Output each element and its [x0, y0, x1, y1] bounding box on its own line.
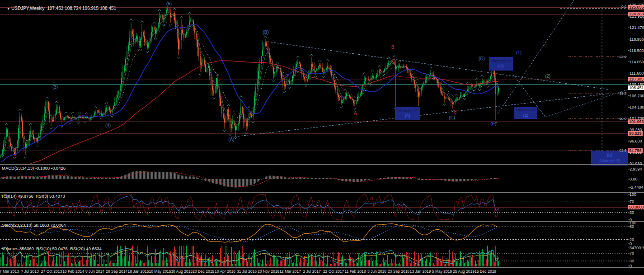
date-label: 10 May 2015 [149, 269, 171, 274]
indicator-tick-label: 3470015 [630, 246, 644, 250]
wave-label[interactable]: (2) [545, 74, 550, 79]
fib-level-label: 23.6 [605, 55, 626, 59]
price-tick-label: 114.050 [630, 60, 644, 64]
wave-label[interactable]: (1) [516, 50, 522, 55]
wave-label[interactable]: (5) [166, 1, 172, 6]
wave-label[interactable]: (E) [490, 121, 496, 126]
date-label: 15 Dec 2019 [475, 269, 496, 274]
symbol-label: USDJPY,Weekly [11, 6, 45, 11]
annotation-box-text: (E) [514, 113, 537, 118]
annotation-box[interactable]: Alternate #1(C) [395, 107, 420, 120]
date-label: 20 Dec 2015 [193, 269, 214, 274]
price-tick-label: 111.600 [630, 71, 644, 76]
date-label: 17 Mar 2013 [0, 269, 19, 274]
wave-label[interactable]: (3) [52, 85, 58, 90]
date-label: 27 Oct 2013 [41, 269, 62, 274]
indicator-tick-label: 80 [630, 224, 634, 229]
fib-level-label: 50.0 [605, 117, 626, 121]
stoch-indicator-label: Stoch(23,23,10) 58.1863 72.8064 [2, 223, 66, 228]
annotation-box-text: Alternate #1 [489, 59, 513, 64]
annotation-box-text: Alternate #2 [591, 158, 628, 163]
date-label: 22 Oct 2017 [323, 269, 344, 274]
date-label: 31 Jul 2016 [237, 269, 257, 274]
annotation-box-text: (C) [591, 153, 628, 158]
date-label: 13 Jan 2019 [410, 269, 431, 274]
indicator-tick-label: 2.9394 [630, 167, 642, 171]
wave-label[interactable]: C [453, 109, 456, 114]
price-tick-label: 91.930 [630, 161, 642, 166]
price-tick-label: 104.180 [630, 105, 644, 109]
chart-canvas[interactable] [0, 0, 644, 275]
annotation-box-text: (D) [489, 64, 513, 69]
indicator-tick-label: 100 [630, 192, 636, 197]
symbol-dropdown-icon[interactable]: ▼ [7, 7, 10, 10]
rsi-level-badge: 50.0000 [628, 205, 644, 209]
pane-separator[interactable] [0, 267, 644, 268]
date-label: 18 Jan 2015 [128, 269, 149, 274]
price-level-badge: 124.363 [628, 12, 644, 16]
price-tick-label: 121.470 [630, 25, 644, 30]
date-label: 11 Feb 2018 [344, 269, 366, 274]
indicator-tick-label: 0.00 [630, 177, 638, 181]
annotation-box[interactable]: (C)Alternate #2 [591, 151, 628, 166]
wave-label[interactable]: (A) [228, 137, 234, 142]
date-label: 25 Aug 2019 [453, 269, 475, 274]
fib-level-label: 61.8 [605, 148, 626, 152]
chart-window: ▼USDJPY,Weekly 107.453 108.724 106.915 1… [0, 0, 644, 275]
date-label: 12 Mar 2017 [279, 269, 301, 274]
wave-label[interactable]: (C) [449, 115, 455, 120]
ohlc-values: 107.453 108.724 106.915 108.451 [47, 6, 116, 11]
date-label: 23 Sep 2018 [388, 269, 409, 274]
wave-label[interactable]: B [391, 45, 395, 50]
date-label: 3 Jun 2018 [367, 269, 386, 274]
annotation-box-text: Alternate #1 [395, 109, 420, 114]
indicator-tick-label: 30 [630, 259, 634, 263]
pane-separator[interactable] [0, 164, 644, 165]
date-label: 7 Jul 2013 [21, 269, 38, 274]
macd-indicator-label: MACD(23,34,13) -0.1008 -0.0426 [2, 166, 66, 171]
price-tick-label: 118.950 [630, 37, 644, 42]
date-label: 5 May 2019 [432, 269, 452, 274]
indicator-tick-label: 0 [630, 264, 632, 268]
fib-level-label: 0.0 [605, 5, 626, 9]
price-level-badge: 94.756 [628, 148, 643, 153]
pane-separator[interactable] [0, 245, 644, 245]
date-label: 10 Apr 2016 [215, 269, 235, 274]
annotation-box[interactable]: Alternate #1(D) [489, 57, 513, 71]
wave-label[interactable]: (B) [263, 30, 268, 35]
pane-separator[interactable] [0, 192, 644, 193]
price-level-badge: 110.305 [628, 77, 644, 81]
date-label: 16 Feb 2014 [62, 269, 84, 274]
indicator-tick-label: 30 [630, 210, 634, 215]
date-label: 20 Nov 2016 [258, 269, 279, 274]
current-price-badge: 108.451 [628, 85, 644, 90]
wave-label[interactable]: A [354, 111, 357, 116]
date-label: 28 Sep 2014 [106, 269, 127, 274]
price-tick-label: 106.700 [630, 94, 644, 98]
wave-label[interactable]: (4) [105, 123, 111, 128]
price-level-badge: 125.855 [628, 5, 644, 9]
fib-level-label: 38.2 [605, 91, 626, 95]
indicator-tick-label: 70 [630, 199, 634, 204]
symbol-title[interactable]: ▼USDJPY,Weekly 107.453 108.724 106.915 1… [2, 1, 116, 16]
annotation-box-text: Alternate #1 [514, 108, 537, 113]
price-level-badge: 101.063 [628, 119, 644, 124]
wave-label[interactable]: (D) [479, 56, 485, 61]
price-tick-label: 96.830 [630, 139, 642, 143]
volumes-indicator-label: Volumes 856060 RSI(10) 50.0476 RSI(20) 4… [2, 246, 102, 251]
indicator-tick-label: -2.4404 [630, 185, 644, 190]
pane-separator[interactable] [0, 221, 644, 222]
date-label: 30 Aug 2015 [171, 269, 193, 274]
annotation-box[interactable]: Alternate #1(E) [514, 107, 537, 119]
indicator-tick-label: 70 [630, 251, 634, 256]
price-level-badge: 98.529 [628, 131, 643, 136]
date-label: 2 Jul 2017 [303, 269, 320, 274]
date-label: 8 Jun 2014 [85, 269, 104, 274]
annotation-box-text: (C) [395, 114, 420, 119]
rsi-indicator-label: RSI(14) 49.8756 RSI(3) 53.4073 [2, 194, 65, 199]
price-tick-label: 116.500 [630, 48, 644, 53]
